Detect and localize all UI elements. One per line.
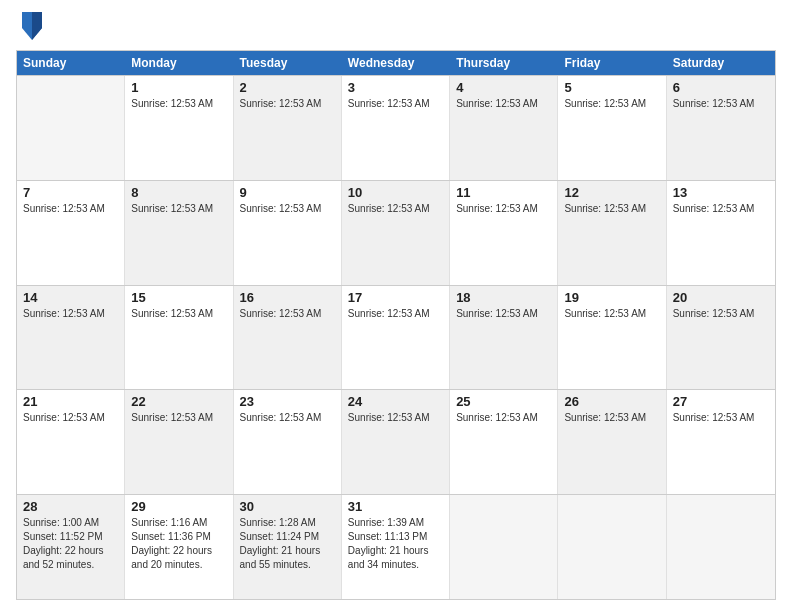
calendar-cell: 9Sunrise: 12:53 AM — [234, 181, 342, 285]
day-info: Sunrise: 12:53 AM — [348, 97, 443, 111]
calendar-cell: 23Sunrise: 12:53 AM — [234, 390, 342, 494]
day-info: Sunset: 11:36 PM — [131, 530, 226, 544]
day-info: Sunset: 11:24 PM — [240, 530, 335, 544]
header — [16, 12, 776, 44]
day-number: 17 — [348, 290, 443, 305]
day-info: Daylight: 22 hours and 20 minutes. — [131, 544, 226, 572]
page: SundayMondayTuesdayWednesdayThursdayFrid… — [0, 0, 792, 612]
calendar-header: SundayMondayTuesdayWednesdayThursdayFrid… — [17, 51, 775, 75]
day-info: Sunrise: 12:53 AM — [23, 307, 118, 321]
day-number: 7 — [23, 185, 118, 200]
day-number: 2 — [240, 80, 335, 95]
day-info: Sunrise: 12:53 AM — [131, 97, 226, 111]
calendar-cell: 30Sunrise: 1:28 AMSunset: 11:24 PMDaylig… — [234, 495, 342, 599]
calendar-cell: 22Sunrise: 12:53 AM — [125, 390, 233, 494]
calendar-cell: 12Sunrise: 12:53 AM — [558, 181, 666, 285]
calendar-cell: 15Sunrise: 12:53 AM — [125, 286, 233, 390]
day-info: Daylight: 21 hours and 34 minutes. — [348, 544, 443, 572]
day-info: Sunrise: 1:39 AM — [348, 516, 443, 530]
day-info: Sunrise: 12:53 AM — [456, 307, 551, 321]
day-info: Sunrise: 12:53 AM — [456, 411, 551, 425]
day-number: 14 — [23, 290, 118, 305]
day-info: Sunrise: 1:16 AM — [131, 516, 226, 530]
day-info: Sunrise: 12:53 AM — [673, 307, 769, 321]
day-info: Sunrise: 12:53 AM — [131, 202, 226, 216]
calendar-week-4: 21Sunrise: 12:53 AM22Sunrise: 12:53 AM23… — [17, 389, 775, 494]
day-number: 9 — [240, 185, 335, 200]
calendar-cell: 18Sunrise: 12:53 AM — [450, 286, 558, 390]
day-info: Daylight: 22 hours and 52 minutes. — [23, 544, 118, 572]
day-info: Sunrise: 12:53 AM — [456, 97, 551, 111]
day-number: 25 — [456, 394, 551, 409]
calendar-week-2: 7Sunrise: 12:53 AM8Sunrise: 12:53 AM9Sun… — [17, 180, 775, 285]
day-info: Sunrise: 12:53 AM — [131, 411, 226, 425]
day-info: Sunrise: 1:00 AM — [23, 516, 118, 530]
calendar-cell: 16Sunrise: 12:53 AM — [234, 286, 342, 390]
calendar-cell: 24Sunrise: 12:53 AM — [342, 390, 450, 494]
day-info: Sunrise: 12:53 AM — [456, 202, 551, 216]
day-info: Daylight: 21 hours and 55 minutes. — [240, 544, 335, 572]
day-number: 6 — [673, 80, 769, 95]
calendar-cell: 10Sunrise: 12:53 AM — [342, 181, 450, 285]
day-info: Sunrise: 12:53 AM — [673, 202, 769, 216]
day-info: Sunrise: 12:53 AM — [348, 307, 443, 321]
calendar-cell — [558, 495, 666, 599]
day-info: Sunrise: 12:53 AM — [240, 307, 335, 321]
day-number: 21 — [23, 394, 118, 409]
day-number: 16 — [240, 290, 335, 305]
day-info: Sunrise: 12:53 AM — [673, 411, 769, 425]
day-number: 29 — [131, 499, 226, 514]
day-number: 12 — [564, 185, 659, 200]
day-info: Sunrise: 12:53 AM — [240, 202, 335, 216]
day-info: Sunset: 11:52 PM — [23, 530, 118, 544]
calendar-cell — [17, 76, 125, 180]
day-number: 28 — [23, 499, 118, 514]
day-number: 4 — [456, 80, 551, 95]
header-day-monday: Monday — [125, 51, 233, 75]
calendar-cell — [450, 495, 558, 599]
calendar-cell: 2Sunrise: 12:53 AM — [234, 76, 342, 180]
day-info: Sunrise: 1:28 AM — [240, 516, 335, 530]
calendar-cell: 21Sunrise: 12:53 AM — [17, 390, 125, 494]
calendar-week-5: 28Sunrise: 1:00 AMSunset: 11:52 PMDaylig… — [17, 494, 775, 599]
svg-marker-1 — [32, 12, 42, 40]
calendar-week-1: 1Sunrise: 12:53 AM2Sunrise: 12:53 AM3Sun… — [17, 75, 775, 180]
calendar-cell: 27Sunrise: 12:53 AM — [667, 390, 775, 494]
day-number: 23 — [240, 394, 335, 409]
day-info: Sunrise: 12:53 AM — [348, 411, 443, 425]
calendar-cell: 29Sunrise: 1:16 AMSunset: 11:36 PMDaylig… — [125, 495, 233, 599]
header-day-thursday: Thursday — [450, 51, 558, 75]
calendar-cell: 31Sunrise: 1:39 AMSunset: 11:13 PMDaylig… — [342, 495, 450, 599]
calendar-cell: 13Sunrise: 12:53 AM — [667, 181, 775, 285]
calendar-cell: 3Sunrise: 12:53 AM — [342, 76, 450, 180]
day-number: 18 — [456, 290, 551, 305]
day-number: 31 — [348, 499, 443, 514]
calendar-cell: 11Sunrise: 12:53 AM — [450, 181, 558, 285]
calendar-cell: 17Sunrise: 12:53 AM — [342, 286, 450, 390]
calendar-cell: 7Sunrise: 12:53 AM — [17, 181, 125, 285]
day-number: 1 — [131, 80, 226, 95]
day-info: Sunrise: 12:53 AM — [240, 411, 335, 425]
day-number: 11 — [456, 185, 551, 200]
day-number: 20 — [673, 290, 769, 305]
day-info: Sunrise: 12:53 AM — [564, 97, 659, 111]
logo — [16, 12, 46, 44]
day-info: Sunrise: 12:53 AM — [348, 202, 443, 216]
day-info: Sunrise: 12:53 AM — [564, 411, 659, 425]
day-number: 24 — [348, 394, 443, 409]
calendar-cell: 8Sunrise: 12:53 AM — [125, 181, 233, 285]
day-info: Sunrise: 12:53 AM — [564, 307, 659, 321]
day-number: 5 — [564, 80, 659, 95]
calendar-cell: 25Sunrise: 12:53 AM — [450, 390, 558, 494]
day-number: 30 — [240, 499, 335, 514]
day-info: Sunrise: 12:53 AM — [564, 202, 659, 216]
calendar-cell — [667, 495, 775, 599]
day-info: Sunrise: 12:53 AM — [673, 97, 769, 111]
day-number: 13 — [673, 185, 769, 200]
header-day-friday: Friday — [558, 51, 666, 75]
calendar-cell: 14Sunrise: 12:53 AM — [17, 286, 125, 390]
day-number: 22 — [131, 394, 226, 409]
header-day-saturday: Saturday — [667, 51, 775, 75]
day-info: Sunrise: 12:53 AM — [240, 97, 335, 111]
day-info: Sunset: 11:13 PM — [348, 530, 443, 544]
